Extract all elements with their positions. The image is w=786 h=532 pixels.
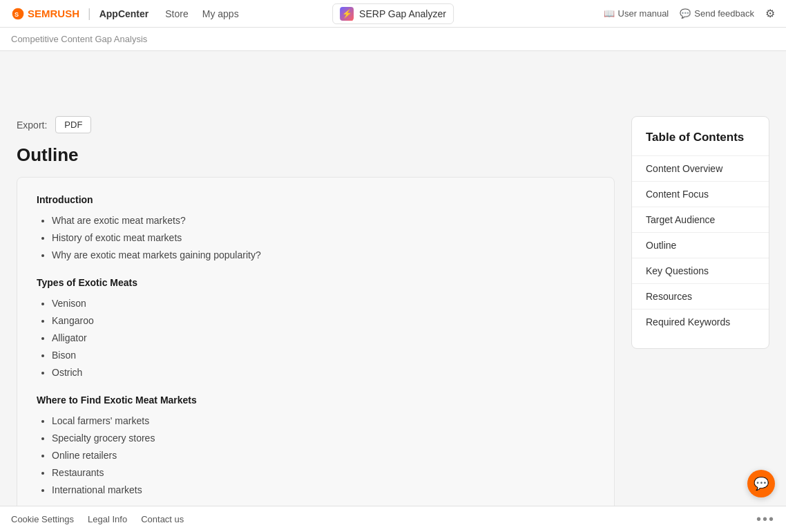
toc-panel: Table of Contents Content OverviewConten…	[631, 116, 769, 349]
list-item: International markets	[52, 482, 595, 499]
svg-text:S: S	[15, 11, 19, 18]
bullet-list: What are exotic meat markets?History of …	[37, 212, 595, 265]
top-navigation: S SEMRUSH | AppCenter Store My apps ⚡ SE…	[0, 0, 786, 28]
bullet-list: VenisonKangarooAlligatorBisonOstrich	[37, 295, 595, 382]
main-content: Export: PDF Outline IntroductionWhat are…	[0, 102, 786, 532]
list-item: Online retailers	[52, 447, 595, 464]
left-column: Export: PDF Outline IntroductionWhat are…	[17, 116, 615, 532]
outline-card: IntroductionWhat are exotic meat markets…	[17, 177, 615, 532]
nav-right: 📖 User manual 💬 Send feedback ⚙	[604, 7, 775, 20]
list-item: Kangaroo	[52, 312, 595, 330]
pdf-button[interactable]: PDF	[55, 116, 91, 133]
section-heading: Introduction	[37, 194, 595, 205]
logo-area: S SEMRUSH | AppCenter	[11, 6, 148, 21]
app-badge: ⚡ SERP Gap Analyzer	[332, 3, 454, 24]
subtitle-text: Competitive Content Gap Analysis	[11, 34, 147, 44]
list-item: Restaurants	[52, 464, 595, 482]
toc-item[interactable]: Outline	[632, 232, 769, 258]
contact-us-link[interactable]: Contact us	[141, 514, 184, 524]
footer: Cookie Settings Legal Info Contact us ••…	[0, 506, 786, 532]
list-item: Local farmers' markets	[52, 412, 595, 430]
list-item: What are exotic meat markets?	[52, 212, 595, 229]
toc-item[interactable]: Required Keywords	[632, 309, 769, 334]
list-item: Venison	[52, 295, 595, 312]
settings-icon[interactable]: ⚙	[765, 7, 775, 20]
book-icon: 📖	[604, 8, 615, 19]
user-manual-label: User manual	[618, 8, 669, 19]
toc-item[interactable]: Key Questions	[632, 258, 769, 283]
export-label: Export:	[17, 120, 47, 131]
toc-item[interactable]: Content Overview	[632, 155, 769, 181]
toc-item[interactable]: Target Audience	[632, 207, 769, 232]
logo-separator: |	[88, 6, 91, 21]
legal-info-link[interactable]: Legal Info	[88, 514, 127, 524]
page-title: Outline	[17, 144, 615, 166]
app-name-label: SERP Gap Analyzer	[359, 8, 446, 19]
cookie-settings-link[interactable]: Cookie Settings	[11, 514, 74, 524]
app-icon: ⚡	[340, 7, 354, 21]
list-item: Specialty grocery stores	[52, 430, 595, 447]
user-manual-button[interactable]: 📖 User manual	[604, 8, 669, 19]
toc-item[interactable]: Resources	[632, 283, 769, 309]
list-item: Ostrich	[52, 364, 595, 381]
store-link[interactable]: Store	[165, 8, 188, 19]
semrush-logo[interactable]: S SEMRUSH	[11, 7, 79, 21]
bullet-list: Local farmers' marketsSpecialty grocery …	[37, 412, 595, 500]
send-feedback-label: Send feedback	[694, 8, 754, 19]
list-item: Why are exotic meat markets gaining popu…	[52, 247, 595, 264]
feedback-icon: 💬	[680, 8, 691, 19]
toc-item[interactable]: Content Focus	[632, 181, 769, 207]
section-heading: Types of Exotic Meats	[37, 277, 595, 288]
footer-dots: •••	[756, 511, 775, 527]
appcenter-label[interactable]: AppCenter	[99, 8, 149, 19]
chat-bubble[interactable]: 💬	[747, 470, 775, 497]
list-item: Alligator	[52, 330, 595, 347]
subtitle-bar: Competitive Content Gap Analysis	[0, 28, 786, 51]
export-bar: Export: PDF	[17, 116, 615, 133]
toc-items-container: Content OverviewContent FocusTarget Audi…	[632, 155, 769, 334]
list-item: History of exotic meat markets	[52, 229, 595, 247]
semrush-logo-svg: S	[11, 7, 25, 21]
myapps-link[interactable]: My apps	[202, 8, 239, 19]
section-heading: Where to Find Exotic Meat Markets	[37, 395, 595, 406]
send-feedback-button[interactable]: 💬 Send feedback	[680, 8, 754, 19]
nav-links: Store My apps	[165, 8, 238, 19]
list-item: Bison	[52, 347, 595, 364]
toc-title: Table of Contents	[632, 131, 769, 155]
